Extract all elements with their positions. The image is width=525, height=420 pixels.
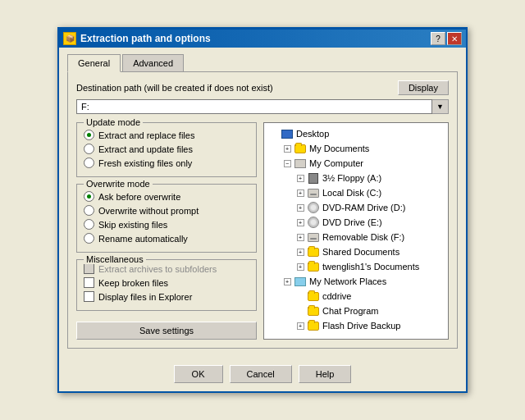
save-settings-button[interactable]: Save settings [76, 322, 257, 340]
help-title-button[interactable]: ? [431, 32, 445, 45]
update-radio-2-circle [84, 158, 94, 168]
tree-item[interactable]: +Flash Drive Backup [264, 318, 448, 333]
display-button[interactable]: Display [398, 80, 449, 95]
misc-checkbox-0-box [84, 263, 94, 274]
expand-icon[interactable]: + [297, 322, 304, 330]
misc-checkbox-2-box[interactable] [84, 291, 94, 302]
folder-icon [308, 262, 319, 272]
overwrite-mode-title: Overwrite mode [84, 179, 153, 189]
tree-label: DVD-RAM Drive (D:) [322, 203, 405, 212]
tree-item[interactable]: +Local Disk (C:) [264, 185, 448, 200]
drive-icon [308, 189, 319, 198]
expand-icon[interactable]: + [297, 263, 304, 271]
cancel-button[interactable]: Cancel [230, 365, 292, 383]
dialog-body: General Advanced Destination path (will … [59, 48, 466, 357]
overwrite-mode-group: Overwrite mode Ask before overwrite Over… [76, 184, 257, 253]
title-bar: 📦 Extraction path and options ? ✕ [59, 30, 466, 48]
folder-icon [308, 292, 319, 301]
expand-icon[interactable]: + [297, 204, 304, 212]
path-input[interactable] [76, 99, 432, 114]
ok-button[interactable]: OK [174, 365, 223, 383]
update-radio-0[interactable]: Extract and replace files [84, 130, 249, 140]
folder-icon [308, 248, 319, 257]
overwrite-radio-0-label: Ask before overwrite [98, 192, 180, 202]
tree-item[interactable]: cddrive [264, 289, 448, 304]
update-radio-2[interactable]: Fresh existing files only [84, 158, 249, 168]
overwrite-radio-3[interactable]: Rename automatically [84, 233, 249, 244]
expand-icon[interactable]: + [297, 219, 304, 226]
help-button[interactable]: Help [299, 365, 352, 383]
update-radio-2-label: Fresh existing files only [98, 158, 192, 168]
tree-item[interactable]: −My Computer [264, 156, 448, 171]
file-tree[interactable]: Desktop+My Documents−My Computer+3½ Flop… [263, 122, 449, 340]
overwrite-radio-1[interactable]: Overwrite without prompt [84, 205, 249, 216]
tab-content: Destination path (will be created if doe… [67, 71, 458, 349]
update-radio-1-circle [84, 144, 94, 154]
overwrite-radio-1-label: Overwrite without prompt [98, 206, 199, 216]
network-icon [294, 277, 306, 286]
dialog-footer: OK Cancel Help [59, 357, 466, 391]
tree-item[interactable]: +My Documents [264, 141, 448, 156]
title-buttons: ? ✕ [431, 32, 462, 45]
folder-icon [294, 144, 306, 153]
folder-icon [308, 322, 319, 331]
tree-label: Flash Drive Backup [322, 321, 400, 331]
update-mode-title: Update mode [84, 117, 143, 127]
tree-item[interactable]: +My Network Places [264, 274, 448, 289]
tree-item[interactable]: Chat Program [264, 304, 448, 318]
expand-icon[interactable]: + [297, 189, 304, 197]
tree-label: 3½ Floppy (A:) [322, 173, 381, 183]
misc-checkbox-2[interactable]: Display files in Explorer [84, 291, 249, 302]
tree-label: Chat Program [322, 306, 378, 316]
close-title-button[interactable]: ✕ [447, 32, 462, 45]
cdrom-icon [308, 217, 319, 228]
path-dropdown-arrow[interactable]: ▼ [432, 99, 449, 114]
tree-label: twenglish1's Documents [322, 262, 419, 272]
overwrite-radio-3-label: Rename automatically [98, 234, 188, 244]
drive-icon [308, 233, 319, 242]
tree-item[interactable]: +DVD-RAM Drive (D:) [264, 200, 448, 215]
tree-item[interactable]: +3½ Floppy (A:) [264, 171, 448, 185]
main-area: Update mode Extract and replace files Ex… [76, 122, 449, 340]
dest-label: Destination path (will be created if doe… [76, 83, 273, 93]
misc-checkbox-2-label: Display files in Explorer [98, 292, 192, 302]
collapse-icon[interactable]: − [284, 160, 291, 167]
tree-item[interactable]: +twenglish1's Documents [264, 259, 448, 274]
misc-checkbox-1-box[interactable] [84, 277, 94, 288]
update-radio-1[interactable]: Extract and update files [84, 144, 249, 154]
tree-item[interactable]: Desktop [264, 126, 448, 141]
tree-label: Shared Documents [322, 247, 399, 257]
update-mode-group: Update mode Extract and replace files Ex… [76, 122, 257, 177]
tree-label: Desktop [296, 129, 329, 139]
computer-icon [294, 159, 306, 168]
tab-general[interactable]: General [67, 54, 121, 72]
misc-checkbox-1[interactable]: Keep broken files [84, 277, 249, 288]
tree-item[interactable]: +Shared Documents [264, 244, 448, 259]
tree-label: My Computer [309, 158, 363, 168]
cdrom-icon [308, 202, 319, 213]
expand-icon[interactable]: + [297, 249, 304, 256]
update-radio-0-circle [84, 130, 94, 140]
expand-icon[interactable]: + [284, 278, 291, 285]
tree-label: cddrive [322, 291, 351, 301]
title-icon: 📦 [63, 32, 76, 45]
update-radio-1-label: Extract and update files [98, 144, 193, 154]
expand-icon[interactable]: + [297, 175, 304, 182]
overwrite-radio-0[interactable]: Ask before overwrite [84, 191, 249, 202]
expand-icon[interactable]: + [297, 234, 304, 241]
expand-icon[interactable]: + [284, 145, 291, 153]
tree-item[interactable]: +Removable Disk (F:) [264, 230, 448, 244]
tree-label: Local Disk (C:) [322, 188, 381, 198]
tabs: General Advanced [67, 54, 458, 72]
tree-label: Removable Disk (F:) [322, 232, 404, 242]
desktop-icon [281, 130, 293, 139]
update-radio-0-label: Extract and replace files [98, 130, 194, 140]
overwrite-radio-3-circle [84, 233, 94, 244]
misc-checkbox-1-label: Keep broken files [98, 278, 168, 288]
overwrite-radio-2[interactable]: Skip existing files [84, 219, 249, 230]
misc-checkbox-0-label: Extract archives to subfolders [98, 264, 217, 274]
tree-item[interactable]: +DVD Drive (E:) [264, 215, 448, 230]
dest-row: Destination path (will be created if doe… [76, 80, 449, 95]
tree-label: My Network Places [309, 276, 386, 286]
tab-advanced[interactable]: Advanced [122, 54, 184, 72]
